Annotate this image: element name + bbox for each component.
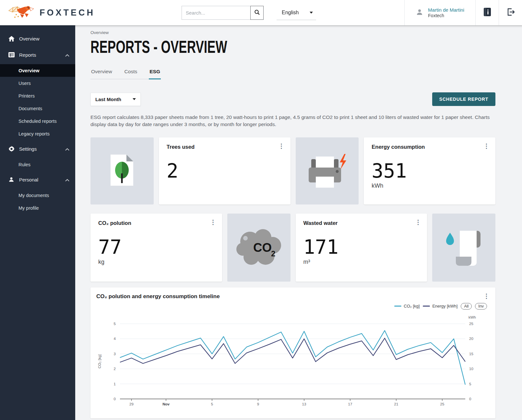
page-title: REPORTS - OVERVIEW — [90, 37, 398, 57]
co2-polution-card: CO₂ polution ⋮ 77 kg — [90, 214, 222, 282]
tab-esg[interactable]: ESG — [149, 66, 161, 79]
card-menu-icon[interactable]: ⋮ — [483, 144, 490, 148]
svg-text:CO₂ [kg]: CO₂ [kg] — [98, 354, 101, 368]
energy-consumption-value: 351 — [372, 161, 489, 181]
chart-legend: CO₂ [kg] Energy [kWh] All Inv — [394, 303, 487, 309]
gear-icon — [8, 146, 15, 152]
svg-text:0: 0 — [469, 397, 471, 401]
brand[interactable]: FOXTECH — [0, 4, 182, 22]
svg-text:CO: CO — [253, 241, 272, 254]
timeline-chart-card: CO₂ polution and energy consumption time… — [90, 287, 495, 418]
svg-text:5: 5 — [469, 382, 471, 386]
svg-text:9: 9 — [257, 402, 259, 406]
sidebar-item-reports-overview[interactable]: Overview — [0, 64, 75, 77]
co2-cloud-icon: CO 2 — [234, 226, 283, 269]
chart-menu-icon[interactable]: ⋮ — [483, 294, 490, 298]
sidebar-item-legacy-reports[interactable]: Legacy reports — [0, 127, 75, 140]
home-icon — [8, 36, 15, 41]
sidebar-item-my-documents[interactable]: My documents — [0, 189, 75, 202]
reports-icon — [8, 52, 15, 57]
svg-text:5: 5 — [114, 322, 116, 326]
chevron-up-icon — [65, 177, 69, 182]
sidebar-item-overview[interactable]: Overview — [0, 32, 75, 45]
water-illustration-tile — [432, 214, 495, 282]
svg-text:1: 1 — [114, 382, 116, 386]
svg-text:0: 0 — [114, 397, 116, 401]
manual-button[interactable] — [475, 0, 499, 25]
range-all-button[interactable]: All — [461, 303, 472, 309]
period-value: Last Month — [95, 97, 121, 102]
schedule-report-button[interactable]: SCHEDULE REPORT — [432, 92, 495, 106]
svg-text:21: 21 — [394, 402, 398, 406]
chevron-up-icon — [65, 146, 69, 152]
user-organization: Foxtech — [428, 13, 464, 18]
tree-paper-icon — [111, 155, 133, 187]
svg-text:kWh: kWh — [469, 315, 476, 319]
logout-icon — [506, 7, 515, 18]
search-button[interactable] — [250, 6, 264, 20]
legend-co2[interactable]: CO₂ [kg] — [394, 304, 420, 309]
main-content: Overview REPORTS - OVERVIEW Overview Cos… — [75, 25, 522, 420]
manual-book-icon — [483, 7, 492, 18]
sidebar-item-settings[interactable]: Settings — [0, 142, 75, 156]
language-value: English — [282, 10, 299, 16]
logout-button[interactable] — [499, 0, 522, 25]
printer-illustration-tile — [296, 137, 359, 204]
search-input[interactable] — [182, 6, 250, 20]
card-menu-icon[interactable]: ⋮ — [415, 220, 421, 225]
co2-polution-unit: kg — [98, 259, 216, 265]
svg-text:20: 20 — [469, 337, 473, 341]
wasted-water-card: Wasted water ⋮ 171 m³ — [296, 214, 427, 282]
card-title: Trees used — [167, 144, 284, 150]
tab-overview[interactable]: Overview — [90, 66, 113, 79]
person-icon — [8, 177, 15, 182]
svg-text:13: 13 — [302, 402, 306, 406]
tab-costs[interactable]: Costs — [124, 66, 138, 79]
svg-text:3: 3 — [114, 352, 116, 356]
energy-consumption-card: Energy consumption ⋮ 351 kWh — [364, 137, 495, 204]
svg-text:5: 5 — [211, 402, 213, 406]
sidebar-item-users[interactable]: Users — [0, 77, 75, 89]
chevron-down-icon — [133, 98, 136, 100]
card-menu-icon[interactable]: ⋮ — [279, 144, 285, 148]
user-menu[interactable]: Martin de Martini Foxtech — [404, 0, 475, 25]
tabs: Overview Costs ESG — [90, 66, 161, 79]
language-select[interactable]: English — [277, 5, 316, 20]
breadcrumb[interactable]: Overview — [90, 30, 495, 35]
svg-text:25: 25 — [440, 402, 445, 406]
energy-line-swatch — [423, 306, 430, 307]
app-header: FOXTECH English Martin de Martini Foxtec… — [0, 0, 522, 25]
period-select[interactable]: Last Month — [90, 93, 141, 106]
svg-text:Nov: Nov — [162, 402, 170, 406]
tree-illustration-tile — [90, 137, 154, 204]
co2-polution-value: 77 — [98, 237, 216, 257]
brand-name: FOXTECH — [40, 8, 95, 18]
svg-text:25: 25 — [469, 322, 473, 326]
svg-text:4: 4 — [114, 337, 116, 341]
svg-text:10: 10 — [469, 367, 473, 371]
sidebar-item-my-profile[interactable]: My profile — [0, 202, 75, 214]
trees-used-value: 2 — [167, 161, 284, 181]
co2-illustration-tile: CO 2 — [227, 214, 291, 282]
chevron-down-icon — [310, 12, 313, 14]
sidebar-item-reports[interactable]: Reports — [0, 48, 75, 62]
sidebar-item-printers[interactable]: Printers — [0, 89, 75, 102]
foxtech-logo-icon — [8, 4, 36, 22]
sidebar-item-personal[interactable]: Personal — [0, 173, 75, 186]
card-title: CO₂ polution — [98, 220, 216, 226]
sidebar-item-rules[interactable]: Rules — [0, 158, 75, 171]
search-icon — [254, 9, 260, 16]
timeline-chart: 0123450510152025kWhCO₂ [kg]29Nov59131721… — [96, 314, 490, 416]
sidebar-item-documents[interactable]: Documents — [0, 102, 75, 115]
sidebar-item-scheduled-reports[interactable]: Scheduled reports — [0, 115, 75, 127]
svg-text:2: 2 — [114, 367, 116, 371]
svg-text:2: 2 — [271, 249, 275, 258]
user-name: Martin de Martini — [428, 7, 464, 13]
range-inv-button[interactable]: Inv — [475, 303, 487, 309]
card-title: Wasted water — [303, 220, 421, 226]
legend-energy[interactable]: Energy [kWh] — [423, 304, 457, 309]
svg-text:15: 15 — [469, 352, 473, 356]
card-menu-icon[interactable]: ⋮ — [210, 220, 216, 225]
wasted-water-value: 171 — [303, 237, 421, 257]
esg-description: ESG report calculates 8,333 paper sheets… — [90, 114, 492, 128]
